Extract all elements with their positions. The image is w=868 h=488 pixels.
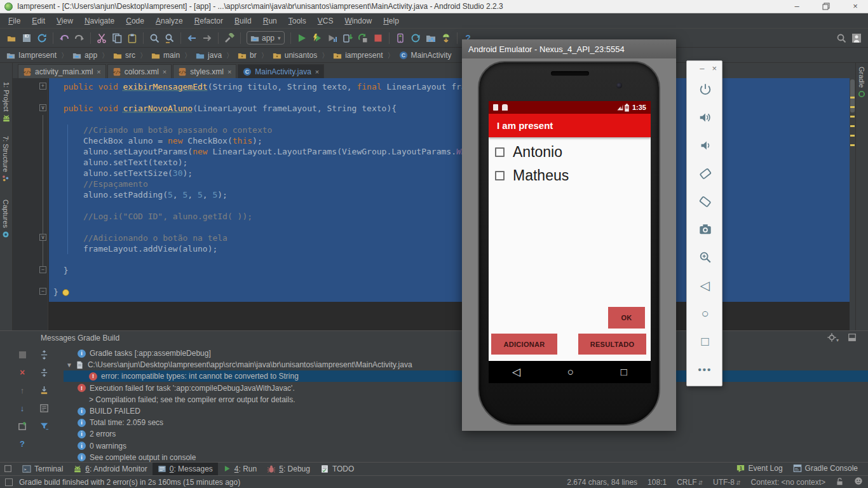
status-line-ending[interactable]: CRLF⇵: [677, 478, 703, 487]
resultado-button[interactable]: RESULTADO: [578, 334, 646, 355]
ok-button[interactable]: OK: [608, 307, 645, 329]
menu-view[interactable]: View: [51, 14, 79, 28]
emulator-zoom-button[interactable]: [687, 248, 723, 267]
tab-activity_main-xml[interactable]: </>activity_main.xml×: [18, 64, 106, 78]
msg-help-button[interactable]: ?: [17, 438, 28, 449]
intention-bulb-icon[interactable]: [62, 289, 69, 296]
paste-button[interactable]: [125, 30, 140, 46]
emulator-rotate-left-button[interactable]: [687, 164, 723, 183]
status-encoding[interactable]: UTF-8⇵: [713, 478, 741, 487]
tool-strip-label-gradle[interactable]: Gradle: [858, 67, 865, 99]
emulator-toolbar-close-icon[interactable]: ×: [712, 64, 717, 73]
student-checkbox-row[interactable]: Matheus: [495, 167, 651, 184]
nav-home-icon[interactable]: ○: [567, 366, 574, 379]
hector-icon[interactable]: [854, 477, 863, 487]
fold-marker[interactable]: ∨: [39, 234, 46, 241]
soft-wrap-button[interactable]: [38, 402, 50, 414]
attach-button[interactable]: [340, 30, 355, 46]
emulator-power-button[interactable]: [687, 80, 723, 99]
close-icon[interactable]: ×: [163, 68, 166, 76]
emulator-volume-down-button[interactable]: [687, 136, 723, 155]
breadcrumb-item-iampresent[interactable]: Iampresent: [6, 51, 57, 60]
menu-tools[interactable]: Tools: [283, 14, 312, 28]
avd-button[interactable]: [393, 30, 408, 46]
emulator-home-button[interactable]: ○: [687, 304, 723, 323]
breadcrumb-item-iampresent[interactable]: iampresent: [333, 51, 383, 60]
msg-close-button[interactable]: ×: [17, 367, 28, 378]
back-button[interactable]: [184, 30, 200, 46]
menu-file[interactable]: File: [3, 14, 26, 28]
fold-marker[interactable]: −: [39, 266, 46, 273]
emulator-toolbar-minimize-icon[interactable]: –: [700, 64, 704, 73]
toolwindow-button-4-run[interactable]: 4: Run: [218, 463, 262, 475]
menu-navigate[interactable]: Navigate: [79, 14, 120, 28]
toolwindow-button-todo[interactable]: TODO: [315, 463, 359, 475]
menu-help[interactable]: Help: [377, 14, 405, 28]
msg-down-button[interactable]: ↓: [17, 402, 28, 414]
redo-button[interactable]: [72, 30, 87, 46]
cut-button[interactable]: [94, 30, 109, 46]
tab-styles-xml[interactable]: </>styles.xml×: [173, 64, 236, 78]
emulator-camera-button[interactable]: [687, 220, 723, 239]
rerun-button[interactable]: [355, 30, 370, 46]
expander-icon[interactable]: ▼: [66, 362, 72, 369]
menu-window[interactable]: Window: [339, 14, 377, 28]
checkbox-icon[interactable]: [495, 147, 505, 157]
tab-colors-xml[interactable]: </>colors.xml×: [107, 64, 172, 78]
emulator-title-bar[interactable]: Android Emulator - Nexus_4_API_23:5554: [462, 39, 676, 58]
save-button[interactable]: [19, 30, 34, 46]
checkbox-icon[interactable]: [495, 171, 505, 180]
open-button[interactable]: [4, 30, 19, 46]
avatar-button[interactable]: [849, 30, 864, 46]
menu-build[interactable]: Build: [229, 14, 257, 28]
close-icon[interactable]: ×: [227, 68, 231, 76]
toolwindow-button-6-android-monitor[interactable]: 6: Android Monitor: [68, 463, 152, 475]
hide-panel-icon[interactable]: [848, 333, 857, 344]
emulator-more-button[interactable]: •••: [687, 360, 723, 379]
msg-stop-button[interactable]: [17, 349, 28, 360]
forward-button[interactable]: [200, 30, 215, 46]
toolwindow-button-event-log[interactable]: 1Event Log: [731, 462, 788, 475]
toolwindow-button-gradle-console[interactable]: Gradle Console: [788, 462, 863, 475]
filter-button[interactable]: [38, 420, 50, 431]
fold-marker[interactable]: ∨: [39, 104, 46, 111]
breadcrumb-item-mainactivity[interactable]: CMainActivity: [399, 51, 452, 60]
fold-marker[interactable]: +: [39, 83, 46, 90]
toolwindow-button-terminal[interactable]: >_Terminal: [17, 463, 68, 475]
copy-button[interactable]: [109, 30, 125, 46]
sync-button[interactable]: [34, 30, 50, 46]
breadcrumb-item-app[interactable]: app: [72, 51, 97, 60]
breadcrumb-item-main[interactable]: main: [151, 51, 180, 60]
menu-code[interactable]: Code: [120, 14, 150, 28]
menu-edit[interactable]: Edit: [26, 14, 51, 28]
run-button[interactable]: [294, 30, 309, 46]
tool-strip-label-captures[interactable]: Captures: [2, 200, 10, 240]
menu-analyze[interactable]: Analyze: [150, 14, 189, 28]
emulator-rotate-right-button[interactable]: [687, 192, 723, 211]
run-configuration-select[interactable]: app▾: [247, 31, 285, 44]
nav-overview-icon[interactable]: □: [621, 366, 627, 379]
emulator-overview-button[interactable]: □: [687, 332, 723, 351]
status-context[interactable]: Context: <no context>: [751, 478, 825, 487]
nav-back-icon[interactable]: ◁: [512, 365, 520, 379]
code-editor[interactable]: public void exibirMensagemEdt(String tit…: [13, 78, 850, 330]
window-minimize-button[interactable]: –: [784, 0, 810, 13]
window-restore-button[interactable]: [813, 0, 839, 13]
gradle-sync-button[interactable]: [408, 30, 423, 46]
profile-button[interactable]: [325, 30, 340, 46]
phone-screen[interactable]: 1:35 I am present AntonioMatheus OK ADIC…: [489, 101, 651, 383]
scroll-end-button[interactable]: [38, 384, 50, 396]
close-icon[interactable]: ×: [97, 68, 100, 76]
menu-vcs[interactable]: VCS: [312, 14, 339, 28]
emulator-volume-up-button[interactable]: [687, 108, 723, 127]
emulator-back-button[interactable]: ◁: [687, 276, 723, 295]
project-structure-button[interactable]: [423, 30, 438, 46]
undo-button[interactable]: [57, 30, 72, 46]
instant-run-button[interactable]: [309, 30, 325, 46]
tool-strip-label-7-structure[interactable]: 7: Structure: [2, 136, 10, 184]
breadcrumb-item-unisantos[interactable]: unisantos: [273, 51, 317, 60]
toolwindow-switcher-icon[interactable]: [5, 478, 13, 486]
fold-marker[interactable]: −: [39, 288, 46, 295]
find-button[interactable]: [147, 30, 162, 46]
close-icon[interactable]: ×: [315, 68, 319, 76]
